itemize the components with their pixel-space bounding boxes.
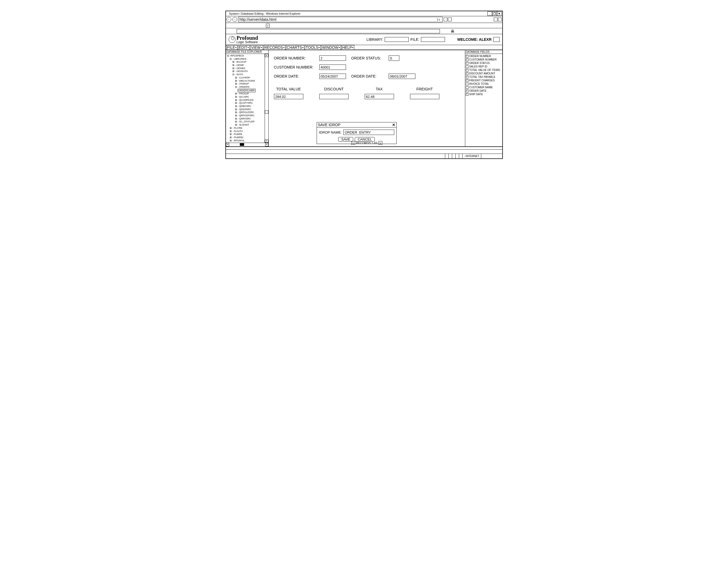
print-icon[interactable]: 🖶 bbox=[451, 29, 454, 33]
tree-node[interactable]: ⊞ - QCOMPILED bbox=[227, 99, 264, 102]
tree-node[interactable]: ⊞ - QDBGSRC bbox=[227, 105, 264, 108]
toolbar-field[interactable] bbox=[237, 29, 440, 33]
field-checkbox-row[interactable]: CUSTOMER NAME bbox=[466, 86, 502, 89]
checkbox-icon[interactable]: ✓ bbox=[466, 79, 468, 82]
menu-window[interactable]: WINDOW▾ bbox=[321, 45, 341, 50]
go-button[interactable] bbox=[493, 37, 500, 42]
tree-node[interactable]: ⊟ - LIBRARIES bbox=[227, 58, 264, 61]
order-date-input-1[interactable] bbox=[319, 74, 346, 79]
customer-number-input[interactable] bbox=[319, 65, 346, 70]
order-number-input[interactable] bbox=[319, 55, 346, 61]
field-checkbox-row[interactable]: INVOICE TOTAL bbox=[466, 82, 502, 86]
field-checkbox-row[interactable]: SALES REP ID bbox=[466, 65, 502, 68]
toolbar-box[interactable] bbox=[448, 18, 452, 21]
tree-node[interactable]: ⊞ - QDDSSRC bbox=[227, 108, 264, 111]
vertical-scrollbar[interactable]: ▴ ▾ bbox=[265, 54, 268, 143]
tree-node[interactable]: ⊞ - PROD2P bbox=[227, 92, 264, 96]
toolbar-box[interactable] bbox=[444, 18, 447, 21]
back-button[interactable]: ← bbox=[226, 17, 231, 22]
tree-node[interactable]: ⊟ - IDATA bbox=[227, 73, 264, 76]
checkbox-icon[interactable]: ✓ bbox=[466, 76, 468, 78]
tree-node[interactable]: ⊞ - QCLSRC bbox=[227, 96, 264, 99]
close-button[interactable]: ✕ bbox=[497, 11, 502, 16]
order-date-input-2[interactable] bbox=[389, 74, 415, 79]
library-input[interactable] bbox=[385, 37, 409, 42]
toolbar-box[interactable] bbox=[494, 18, 498, 21]
checkbox-icon[interactable]: ✓ bbox=[466, 58, 468, 61]
menu-tools[interactable]: TOOLS▾ bbox=[305, 45, 321, 50]
menu-records[interactable]: RECORDS▾ bbox=[264, 45, 285, 50]
tree-node[interactable]: ⊞ - QSRVSRC bbox=[227, 117, 264, 121]
idrop-name-input[interactable] bbox=[343, 130, 394, 135]
dropdown-icon[interactable]: v bbox=[266, 24, 270, 27]
tax-input[interactable] bbox=[365, 94, 394, 99]
url-dropdown-icon[interactable]: v bbox=[437, 18, 441, 21]
file-label: FILE: bbox=[410, 37, 419, 42]
checkbox-icon[interactable]: ✓ bbox=[466, 55, 468, 58]
field-checkbox-row[interactable]: ✓ORDER NUMBER bbox=[466, 54, 502, 58]
tree-node[interactable]: ⊞ - RPGMAIL bbox=[227, 139, 264, 142]
tree-node[interactable]: ⊞ - QRPGSPSRC bbox=[227, 114, 264, 117]
tree-node[interactable]: ⊞ - CLVARSP bbox=[227, 76, 264, 80]
field-checkbox-row[interactable]: ✓FREIGHT CHARGES bbox=[466, 79, 502, 82]
tree-node[interactable]: ⊞ - SLSHIST bbox=[227, 124, 264, 127]
menu-view[interactable]: VIEW▾ bbox=[250, 45, 263, 50]
tree-node[interactable]: ⊞ - PLCRM bbox=[227, 127, 264, 130]
horizontal-scrollbar[interactable]: ◂ ▸ bbox=[226, 143, 268, 146]
tree-node[interactable]: ⊞ - PLDATA bbox=[227, 130, 264, 133]
tree-node[interactable]: ⊟ -RPGSPBOX bbox=[227, 54, 264, 58]
field-checkbox-row[interactable]: ✓SHIP DATE bbox=[466, 93, 502, 96]
menu-charts[interactable]: CHARTS▾ bbox=[286, 45, 304, 50]
forward-button[interactable]: → bbox=[232, 17, 237, 22]
url-input[interactable]: http://server/idata.html v bbox=[238, 17, 443, 22]
tree-node[interactable]: ⊞ - GEODATA bbox=[227, 70, 264, 73]
file-input[interactable] bbox=[421, 37, 445, 42]
tree-node[interactable]: ORDERS.MBR bbox=[227, 89, 264, 93]
field-checkbox-row[interactable]: ✓TOTAL TAX PAYABLE bbox=[466, 75, 502, 79]
tree-node[interactable]: ⊞ - GENIE bbox=[227, 64, 264, 67]
tree-node[interactable]: ⊞ - PLWEB2 bbox=[227, 136, 264, 139]
tree-node[interactable]: ⊞ - BACKUP bbox=[227, 61, 264, 64]
scroll-left-icon[interactable]: ◂ bbox=[226, 143, 229, 146]
next-record-button[interactable]: > bbox=[379, 141, 382, 145]
freight-input[interactable] bbox=[410, 94, 439, 99]
checkbox-icon[interactable] bbox=[466, 65, 468, 68]
scroll-thumb[interactable] bbox=[240, 143, 244, 146]
tree-node[interactable]: ⊞ - GENIE2 bbox=[227, 67, 264, 70]
checkbox-icon[interactable]: ✓ bbox=[466, 93, 468, 96]
tree-node[interactable]: ⊟ - ORDERS bbox=[227, 86, 264, 89]
file-tree[interactable]: ⊟ -RPGSPBOX⊟ - LIBRARIES⊞ - BACKUP⊞ - GE… bbox=[226, 54, 265, 143]
minimize-button[interactable]: _ bbox=[487, 11, 492, 16]
tree-node[interactable]: ⊞ - DBGACTIONS bbox=[227, 80, 264, 83]
field-checkbox-row[interactable]: ✓TOTAL VALUE OF ITEMS bbox=[466, 68, 502, 72]
field-checkbox-row[interactable]: ✓CUSTOMER NUMBER bbox=[466, 58, 502, 61]
scroll-thumb[interactable] bbox=[265, 110, 268, 114]
checkbox-icon[interactable] bbox=[466, 83, 468, 85]
checkbox-icon[interactable] bbox=[466, 86, 468, 89]
checkbox-icon[interactable]: ✓ bbox=[466, 90, 468, 92]
maximize-button[interactable]: ❐ bbox=[492, 11, 497, 16]
prev-record-button[interactable]: < bbox=[351, 141, 355, 145]
discount-input[interactable] bbox=[319, 94, 349, 99]
field-checkbox-row[interactable]: ✓ORDER DATE bbox=[466, 89, 502, 93]
toolbar-box[interactable] bbox=[498, 18, 502, 21]
checkbox-icon[interactable]: ✓ bbox=[466, 62, 468, 65]
menu-help[interactable]: HELP▾ bbox=[341, 45, 355, 50]
menu-file[interactable]: FILE▾ bbox=[226, 45, 238, 50]
field-checkbox-row[interactable]: ✓ORDER STATUS bbox=[466, 61, 502, 65]
dialog-close-icon[interactable]: ✕ bbox=[392, 123, 395, 127]
field-checkbox-row[interactable]: ✓DISCOUNT AMOUNT bbox=[466, 72, 502, 75]
tree-node[interactable]: ⊞ - SC_STATUSP bbox=[227, 120, 264, 124]
checkbox-icon[interactable]: ✓ bbox=[466, 72, 468, 75]
tree-node[interactable]: ⊞ - QCOPYSRC bbox=[227, 102, 264, 105]
scroll-up-icon[interactable]: ▴ bbox=[265, 54, 268, 57]
tree-node[interactable]: ⊞ - PLWEB bbox=[227, 133, 264, 136]
scroll-right-icon[interactable]: ▸ bbox=[265, 143, 268, 146]
tree-node[interactable]: ⊞ - QRPGLESRC bbox=[227, 111, 264, 114]
order-status-input[interactable] bbox=[389, 55, 399, 61]
menu-edit[interactable]: EDIT▾ bbox=[238, 45, 250, 50]
tree-node[interactable]: ⊞ - ITM001P bbox=[227, 82, 264, 86]
scroll-down-icon[interactable]: ▾ bbox=[265, 140, 268, 143]
checkbox-icon[interactable]: ✓ bbox=[466, 69, 468, 72]
total-value-input[interactable] bbox=[274, 94, 303, 99]
